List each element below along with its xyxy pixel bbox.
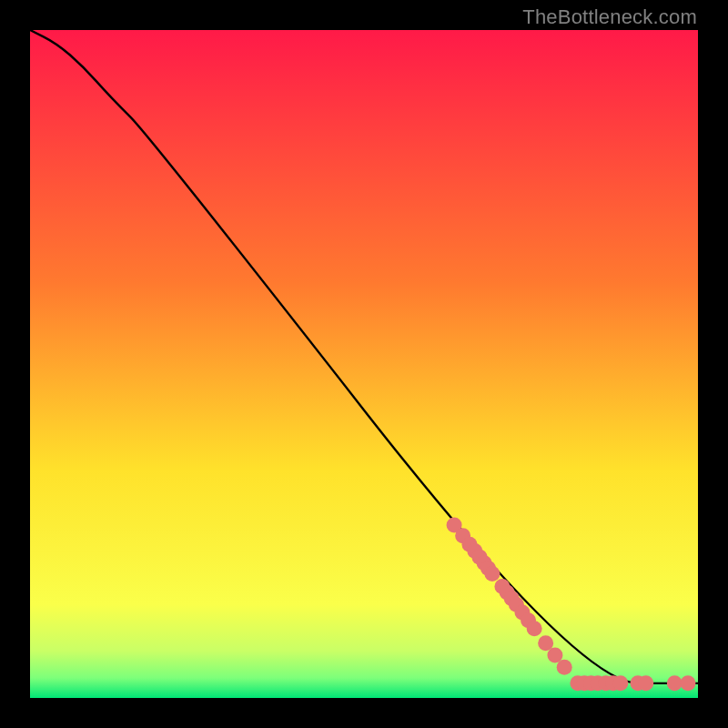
attribution-text: TheBottleneck.com [522,5,697,29]
data-marker [612,675,628,691]
data-marker [557,660,572,675]
plot-background [30,30,698,698]
plot-surface [30,30,698,698]
plot-frame [30,30,698,698]
chart-stage: TheBottleneck.com [0,0,728,728]
data-marker [527,621,542,636]
data-marker [680,675,695,691]
data-marker [484,566,500,581]
data-marker [638,675,653,691]
data-marker [667,675,682,691]
